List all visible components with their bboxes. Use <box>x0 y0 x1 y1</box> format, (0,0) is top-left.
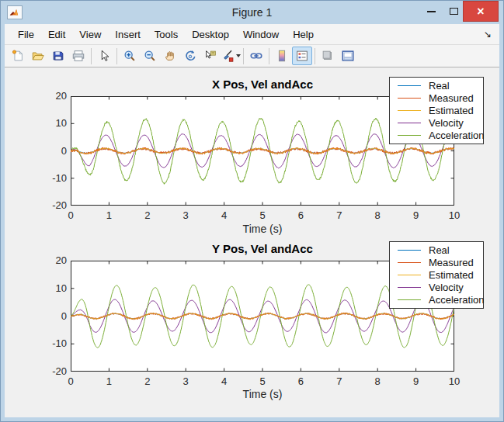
x-tick-label: 6 <box>289 375 312 387</box>
brush-button[interactable] <box>221 47 241 65</box>
zoom-out-button[interactable] <box>140 47 160 65</box>
x-tick-label: 2 <box>136 375 159 387</box>
legend-entry-estimated[interactable]: Estimated <box>390 104 483 116</box>
toolbar-separator <box>91 48 92 64</box>
legend-line-sample <box>398 135 421 136</box>
legend-label: Estimated <box>429 269 474 281</box>
menu-item-insert[interactable]: Insert <box>108 29 148 40</box>
link-plot-button[interactable] <box>246 47 266 65</box>
toolbar-separator <box>269 48 269 64</box>
minimize-icon <box>427 11 436 12</box>
legend-entry-estimated[interactable]: Estimated <box>390 268 483 281</box>
insert-legend-button[interactable] <box>292 47 312 65</box>
legend-line-sample <box>398 262 421 263</box>
y-tick-label: -20 <box>36 365 67 377</box>
plot-x-xlabel: Time (s) <box>71 223 454 235</box>
legend-label: Velocity <box>429 282 464 293</box>
x-tick-label: 8 <box>366 209 389 221</box>
y-tick-label: -10 <box>36 172 67 184</box>
legend-line-sample <box>398 123 421 123</box>
data-cursor-button[interactable] <box>200 47 221 65</box>
menu-item-file[interactable]: File <box>11 29 41 40</box>
open-file-button[interactable] <box>28 47 48 65</box>
x-tick-label: 10 <box>443 209 466 221</box>
x-tick-label: 5 <box>251 209 274 221</box>
insert-colorbar-button[interactable] <box>272 47 292 65</box>
menu-item-tools[interactable]: Tools <box>148 29 185 40</box>
x-tick-label: 2 <box>136 209 159 221</box>
x-tick-label: 8 <box>366 375 389 387</box>
y-tick-label: 0 <box>36 310 67 322</box>
show-plot-tools-button[interactable] <box>338 47 358 65</box>
x-tick-label: 3 <box>174 209 197 221</box>
legend-line-sample <box>398 275 421 275</box>
y-tick-label: -20 <box>36 199 67 211</box>
brush-icon <box>221 49 235 63</box>
x-tick-label: 10 <box>443 375 466 387</box>
x-tick-label: 1 <box>97 375 120 387</box>
legend-entry-velocity[interactable]: Velocity <box>390 282 483 294</box>
menu-item-desktop[interactable]: Desktop <box>185 29 236 40</box>
plot-y-legend[interactable]: RealMeasuredEstimatedVelocityAcceleratio… <box>389 241 484 309</box>
y-tick-label: 0 <box>36 145 67 157</box>
save-figure-button[interactable] <box>48 47 68 65</box>
maximize-button[interactable] <box>443 1 464 22</box>
x-tick-label: 6 <box>289 209 312 221</box>
y-tick-label: 10 <box>36 117 67 129</box>
pan-icon <box>163 49 177 63</box>
legend-label: Acceleration <box>429 130 485 141</box>
y-tick-label: 10 <box>36 282 67 294</box>
edit-plot-button[interactable] <box>94 47 114 65</box>
legend-entry-acceleration[interactable]: Acceleration <box>390 130 483 142</box>
zoom-in-button[interactable] <box>120 47 140 65</box>
save-figure-icon <box>51 49 65 63</box>
plot-x-legend[interactable]: RealMeasuredEstimatedVelocityAcceleratio… <box>389 77 484 144</box>
hide-plot-tools-button[interactable] <box>318 47 338 65</box>
dock-figure-arrow-icon[interactable]: ↘ <box>484 29 493 40</box>
x-tick-label: 7 <box>328 209 351 221</box>
x-tick-label: 0 <box>59 375 82 387</box>
legend-entry-acceleration[interactable]: Acceleration <box>390 294 483 306</box>
legend-label: Real <box>429 80 450 92</box>
close-button[interactable]: × <box>463 1 499 22</box>
x-tick-label: 3 <box>174 375 197 387</box>
menu-item-help[interactable]: Help <box>286 29 321 40</box>
menu-item-window[interactable]: Window <box>236 29 286 40</box>
pan-button[interactable] <box>160 47 180 65</box>
print-figure-icon <box>71 49 85 63</box>
menu-item-view[interactable]: View <box>72 29 108 40</box>
brush-dropdown-icon[interactable] <box>236 54 241 57</box>
menubar: FileEditViewInsertToolsDesktopWindowHelp… <box>5 24 499 45</box>
x-tick-label: 9 <box>405 209 428 221</box>
legend-entry-velocity[interactable]: Velocity <box>390 117 483 130</box>
x-tick-label: 4 <box>213 209 236 221</box>
x-tick-label: 7 <box>328 375 351 387</box>
legend-line-sample <box>398 85 421 86</box>
toolbar-separator <box>243 48 244 64</box>
x-tick-label: 4 <box>213 375 236 387</box>
insert-colorbar-icon <box>275 49 289 63</box>
legend-entry-real[interactable]: Real <box>390 244 483 256</box>
legend-entry-measured[interactable]: Measured <box>390 92 483 104</box>
zoom-out-icon <box>143 49 157 63</box>
link-plot-icon <box>249 49 263 63</box>
edit-plot-icon <box>97 49 111 63</box>
data-cursor-icon <box>203 49 217 63</box>
titlebar[interactable]: Figure 1 × <box>1 1 503 24</box>
rotate-3d-button[interactable] <box>180 47 200 65</box>
menu-item-edit[interactable]: Edit <box>41 29 72 40</box>
y-tick-label: 20 <box>36 90 67 102</box>
x-tick-label: 9 <box>405 375 428 387</box>
minimize-button[interactable] <box>419 1 443 22</box>
new-figure-icon <box>11 49 25 63</box>
new-figure-button[interactable] <box>8 47 28 65</box>
toolbar <box>5 45 499 67</box>
legend-label: Measured <box>429 257 474 268</box>
legend-entry-measured[interactable]: Measured <box>390 256 483 268</box>
print-figure-button[interactable] <box>68 47 89 65</box>
legend-line-sample <box>398 250 421 251</box>
show-plot-tools-icon <box>341 49 355 63</box>
y-tick-label: 20 <box>36 254 67 266</box>
maximize-icon <box>450 8 458 15</box>
legend-entry-real[interactable]: Real <box>390 79 483 92</box>
